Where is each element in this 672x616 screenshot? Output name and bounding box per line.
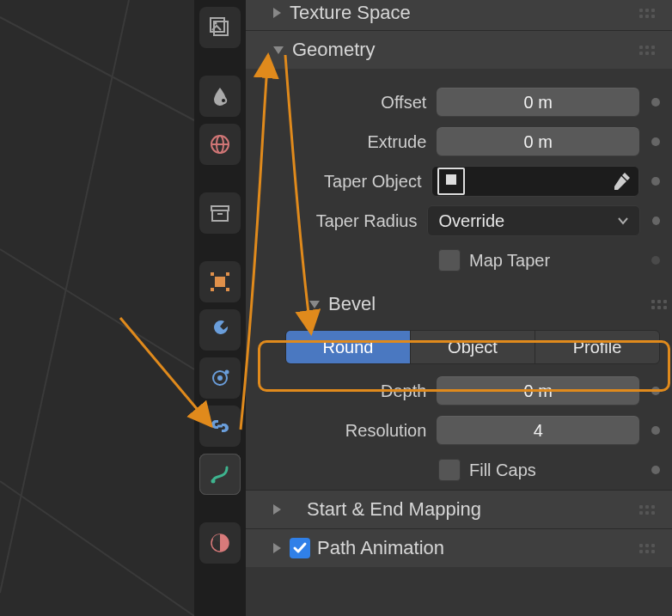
svg-rect-18 xyxy=(211,288,214,291)
section-label: Start & End Mapping xyxy=(307,498,481,521)
section-start-end-mapping[interactable]: Start & End Mapping xyxy=(246,490,672,528)
taper-radius-dropdown[interactable]: Override xyxy=(427,205,639,236)
svg-rect-16 xyxy=(211,272,214,276)
map-taper-label: Map Taper xyxy=(469,251,550,271)
viewport-3d[interactable] xyxy=(0,0,194,616)
svg-point-7 xyxy=(222,99,225,102)
anim-dot[interactable] xyxy=(651,426,660,435)
offset-field[interactable]: 0 m xyxy=(437,88,639,117)
section-label: Texture Space xyxy=(290,2,411,24)
tab-image-data[interactable] xyxy=(199,7,241,48)
dropdown-value: Override xyxy=(438,211,504,231)
drag-handle-icon[interactable] xyxy=(651,300,667,309)
disclosure-down-icon xyxy=(273,46,284,54)
svg-point-22 xyxy=(225,370,229,375)
depth-label: Depth xyxy=(275,381,437,401)
taper-object-label: Taper Object xyxy=(275,172,431,192)
svg-rect-17 xyxy=(226,272,229,276)
anim-dot[interactable] xyxy=(651,466,660,474)
tab-modifiers[interactable] xyxy=(199,309,241,351)
depth-field[interactable]: 0 m xyxy=(437,376,639,406)
bevel-mode-enum: Round Object Profile xyxy=(285,330,660,364)
extrude-label: Extrude xyxy=(275,132,437,152)
svg-point-24 xyxy=(211,479,216,484)
tab-archive[interactable] xyxy=(199,192,241,234)
drag-handle-icon[interactable] xyxy=(639,46,655,55)
drag-handle-icon[interactable] xyxy=(639,544,655,553)
tab-object[interactable] xyxy=(199,261,241,302)
section-label: Geometry xyxy=(292,39,376,61)
tab-constraints[interactable] xyxy=(199,406,241,447)
disclosure-right-icon xyxy=(273,504,281,515)
offset-label: Offset xyxy=(275,93,437,113)
disclosure-right-icon xyxy=(273,8,281,18)
bevel-mode-object[interactable]: Object xyxy=(411,331,535,363)
tab-curve-data[interactable] xyxy=(199,454,241,495)
object-blank-icon xyxy=(437,168,465,195)
svg-line-3 xyxy=(0,0,129,593)
svg-point-6 xyxy=(215,22,217,25)
taper-radius-label: Taper Radius xyxy=(275,211,427,231)
anim-dot[interactable] xyxy=(651,137,660,146)
anim-dot[interactable] xyxy=(651,387,660,395)
fill-caps-checkbox[interactable] xyxy=(438,459,461,481)
section-path-animation[interactable]: Path Animation xyxy=(246,528,672,567)
fill-caps-label: Fill Caps xyxy=(469,460,536,480)
section-label: Path Animation xyxy=(317,537,444,559)
svg-line-1 xyxy=(0,249,194,369)
section-bevel[interactable]: Bevel xyxy=(275,285,660,323)
map-taper-checkbox[interactable] xyxy=(438,249,461,271)
disclosure-right-icon xyxy=(273,543,281,553)
section-label: Bevel xyxy=(328,293,376,315)
properties-tabs xyxy=(194,0,246,616)
extrude-field[interactable]: 0 m xyxy=(437,127,639,156)
bevel-mode-profile[interactable]: Profile xyxy=(535,331,659,363)
chevron-down-icon xyxy=(617,215,629,227)
svg-rect-13 xyxy=(211,206,229,210)
tab-fluid[interactable] xyxy=(199,76,241,117)
anim-dot[interactable] xyxy=(651,98,660,107)
anim-dot[interactable] xyxy=(651,256,660,265)
section-geometry[interactable]: Geometry xyxy=(246,30,672,69)
svg-point-21 xyxy=(217,375,223,381)
drag-handle-icon[interactable] xyxy=(639,505,655,515)
svg-rect-15 xyxy=(215,277,225,287)
svg-line-0 xyxy=(0,17,194,120)
svg-line-2 xyxy=(0,481,194,616)
drag-handle-icon[interactable] xyxy=(639,9,655,18)
svg-rect-12 xyxy=(212,210,228,221)
anim-dot[interactable] xyxy=(652,217,660,225)
tab-particles[interactable] xyxy=(199,357,241,399)
tab-material[interactable] xyxy=(199,522,241,564)
disclosure-down-icon xyxy=(309,301,320,308)
section-texture-space[interactable]: Texture Space xyxy=(246,0,672,30)
eyedropper-icon[interactable] xyxy=(613,171,632,190)
tab-world[interactable] xyxy=(199,124,241,165)
resolution-label: Resolution xyxy=(275,421,437,441)
bevel-mode-round[interactable]: Round xyxy=(286,331,411,363)
path-animation-checkbox[interactable] xyxy=(290,538,310,558)
svg-rect-23 xyxy=(217,425,223,428)
svg-rect-19 xyxy=(226,288,229,291)
anim-dot[interactable] xyxy=(651,177,660,186)
taper-object-field[interactable] xyxy=(431,166,639,197)
properties-panel: Texture Space Geometry Offset 0 m Extrud… xyxy=(246,0,672,616)
resolution-field[interactable]: 4 xyxy=(437,416,639,445)
